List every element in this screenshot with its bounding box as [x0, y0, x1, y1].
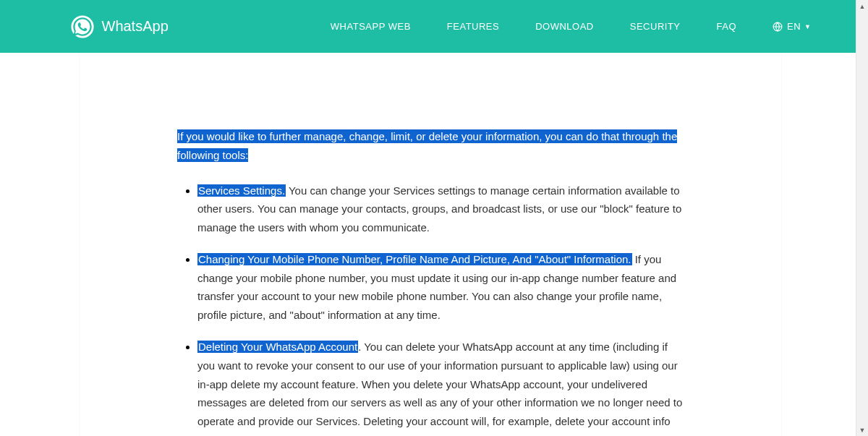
nav-whatsapp-web[interactable]: WHATSAPP WEB	[331, 21, 411, 32]
nav-security[interactable]: SECURITY	[630, 21, 681, 32]
primary-nav: WHATSAPP WEB FEATURES DOWNLOAD SECURITY …	[331, 21, 812, 32]
nav-faq[interactable]: FAQ	[717, 21, 737, 32]
intro-highlighted-text: If you would like to further manage, cha…	[177, 129, 677, 162]
list-item: Services Settings. You can change your S…	[197, 181, 684, 237]
vertical-scrollbar[interactable]: ▲ ▼	[856, 0, 868, 436]
item-body: . You can delete your WhatsApp account a…	[197, 341, 683, 436]
brand-name: WhatsApp	[102, 18, 169, 35]
header-inner: WhatsApp WHATSAPP WEB FEATURES DOWNLOAD …	[30, 0, 826, 53]
content-card: preventing violations of our Terms, or p…	[80, 0, 781, 436]
list-item: Deleting Your WhatsApp Account. You can …	[197, 338, 684, 436]
brand[interactable]: WhatsApp	[70, 14, 169, 39]
scroll-up-arrow-icon[interactable]: ▲	[856, 0, 869, 12]
nav-download[interactable]: DOWNLOAD	[535, 21, 594, 32]
language-switcher[interactable]: EN ▼	[773, 21, 811, 32]
globe-icon	[773, 22, 783, 32]
list-item: Changing Your Mobile Phone Number, Profi…	[197, 250, 684, 325]
nav-features[interactable]: FEATURES	[447, 21, 499, 32]
language-code: EN	[787, 21, 801, 32]
item-title-deleting: Deleting Your WhatsApp Account	[197, 341, 358, 353]
tools-list: Services Settings. You can change your S…	[177, 181, 684, 437]
whatsapp-logo-icon	[70, 14, 95, 39]
scroll-down-arrow-icon[interactable]: ▼	[856, 424, 869, 436]
item-title-services: Services Settings.	[197, 184, 286, 197]
site-header: WhatsApp WHATSAPP WEB FEATURES DOWNLOAD …	[0, 0, 856, 53]
chevron-down-icon: ▼	[804, 23, 811, 30]
page-stage: preventing violations of our Terms, or p…	[0, 0, 856, 436]
intro-paragraph: If you would like to further manage, cha…	[177, 127, 684, 166]
item-title-changing: Changing Your Mobile Phone Number, Profi…	[197, 253, 632, 265]
